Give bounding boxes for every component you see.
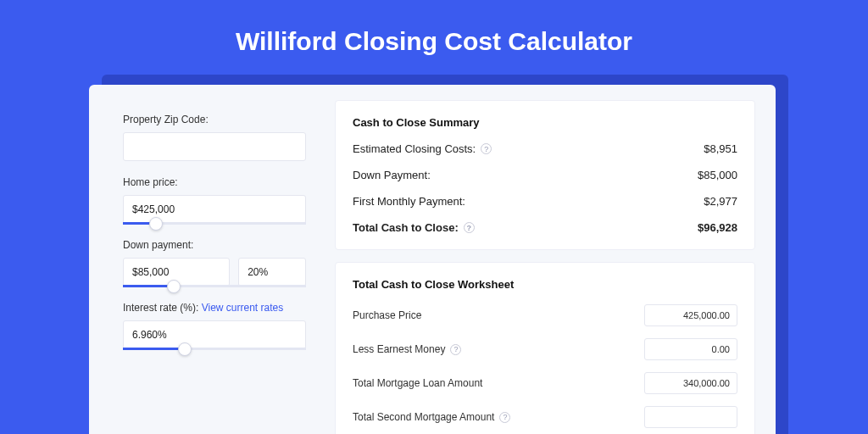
page-title: Williford Closing Cost Calculator: [0, 0, 868, 56]
zip-label: Property Zip Code:: [123, 114, 306, 125]
help-icon[interactable]: ?: [481, 143, 492, 154]
summary-value: $8,951: [704, 142, 737, 155]
summary-label: Estimated Closing Costs:: [353, 142, 476, 155]
worksheet-row-earnest-money: Less Earnest Money ?: [353, 338, 737, 360]
help-icon[interactable]: ?: [499, 412, 510, 423]
summary-panel: Cash to Close Summary Estimated Closing …: [335, 100, 755, 250]
down-payment-slider[interactable]: [123, 258, 306, 287]
slider-thumb[interactable]: [149, 217, 163, 231]
help-icon[interactable]: ?: [450, 344, 461, 355]
summary-label: Down Payment:: [353, 169, 431, 181]
down-payment-field: Down payment:: [123, 239, 306, 287]
input-sidebar: Property Zip Code: Home price: Down paym…: [89, 85, 326, 434]
slider-fill: [123, 285, 174, 287]
worksheet-row-second-mortgage: Total Second Mortgage Amount ?: [353, 406, 737, 428]
worksheet-panel: Total Cash to Close Worksheet Purchase P…: [335, 262, 755, 434]
interest-rate-field: Interest rate (%): View current rates: [123, 302, 306, 349]
summary-value: $85,000: [698, 169, 737, 181]
interest-rate-label-text: Interest rate (%):: [123, 302, 198, 314]
worksheet-row-purchase-price: Purchase Price: [353, 304, 737, 326]
slider-thumb[interactable]: [167, 280, 181, 293]
home-price-slider[interactable]: [123, 195, 306, 224]
worksheet-row-loan-amount: Total Mortgage Loan Amount: [353, 372, 737, 394]
worksheet-input[interactable]: [644, 372, 737, 394]
help-icon[interactable]: ?: [464, 222, 475, 233]
down-payment-pct-input[interactable]: [238, 258, 306, 287]
worksheet-label: Purchase Price: [353, 309, 421, 321]
home-price-field: Home price:: [123, 176, 306, 224]
summary-row-first-payment: First Monthly Payment: $2,977: [353, 195, 737, 208]
worksheet-title: Total Cash to Close Worksheet: [353, 278, 737, 291]
results-column: Cash to Close Summary Estimated Closing …: [326, 85, 776, 434]
summary-title: Cash to Close Summary: [353, 116, 737, 129]
worksheet-label: Less Earnest Money: [353, 343, 445, 355]
slider-thumb[interactable]: [178, 342, 192, 356]
zip-field: Property Zip Code:: [123, 114, 306, 161]
worksheet-label: Total Mortgage Loan Amount: [353, 377, 482, 389]
summary-label: First Monthly Payment:: [353, 195, 465, 208]
summary-value: $2,977: [704, 195, 737, 208]
summary-value: $96,928: [698, 221, 737, 234]
view-rates-link[interactable]: View current rates: [202, 302, 284, 314]
interest-rate-label: Interest rate (%): View current rates: [123, 302, 306, 314]
summary-label: Total Cash to Close:: [353, 221, 459, 234]
down-payment-label: Down payment:: [123, 239, 306, 251]
worksheet-label: Total Second Mortgage Amount: [353, 411, 494, 423]
summary-row-down-payment: Down Payment: $85,000: [353, 169, 737, 181]
summary-row-total: Total Cash to Close: ? $96,928: [353, 221, 737, 234]
calculator-card: Property Zip Code: Home price: Down paym…: [89, 85, 776, 434]
interest-rate-input[interactable]: [123, 320, 306, 349]
summary-row-closing-costs: Estimated Closing Costs: ? $8,951: [353, 142, 737, 155]
worksheet-input[interactable]: [644, 338, 737, 360]
home-price-label: Home price:: [123, 176, 306, 188]
slider-fill: [123, 348, 185, 350]
worksheet-input[interactable]: [644, 406, 737, 428]
interest-rate-slider[interactable]: [123, 320, 306, 349]
zip-input[interactable]: [123, 132, 306, 161]
worksheet-input[interactable]: [644, 304, 737, 326]
